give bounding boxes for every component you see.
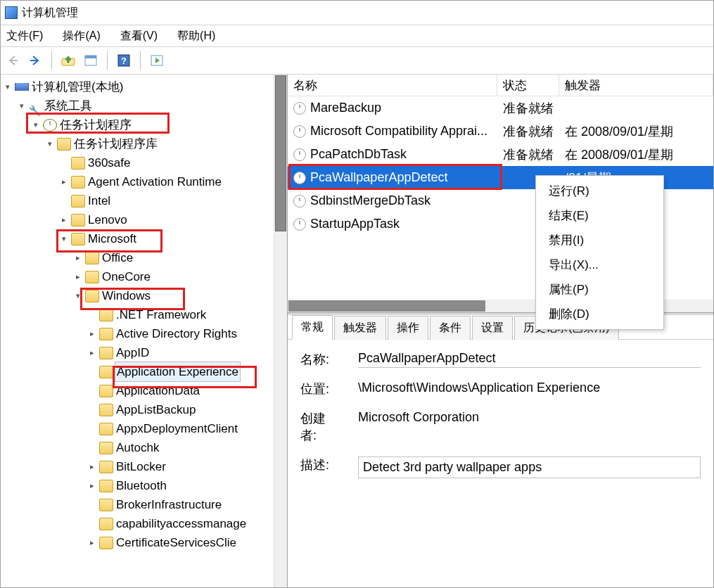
task-row[interactable]: Microsoft Compatibility Apprai...准备就绪在 2… bbox=[288, 120, 713, 143]
tree-item[interactable]: AppxDeploymentClient bbox=[87, 419, 274, 438]
tree-label: OneCore bbox=[101, 267, 152, 286]
ctx-properties[interactable]: 属性(P) bbox=[536, 277, 663, 302]
tree-label: 任务计划程序库 bbox=[72, 134, 159, 153]
tree-label: Intel bbox=[87, 191, 112, 210]
tree-item[interactable]: ▸AppID bbox=[87, 343, 274, 362]
chevron-right-icon[interactable]: ▸ bbox=[87, 480, 98, 492]
chevron-right-icon[interactable]: ▸ bbox=[87, 537, 98, 549]
folder-icon bbox=[99, 328, 113, 340]
chevron-right-icon[interactable]: ▸ bbox=[58, 215, 70, 226]
menu-view[interactable]: 查看(V) bbox=[119, 26, 159, 46]
clock-icon bbox=[43, 119, 57, 132]
tree-item[interactable]: ▸Agent Activation Runtime bbox=[58, 172, 274, 191]
tree-item[interactable]: 360safe bbox=[58, 153, 274, 172]
chevron-down-icon[interactable]: ▾ bbox=[16, 101, 27, 112]
chevron-down-icon[interactable]: ▾ bbox=[72, 290, 84, 302]
tree-item[interactable]: .NET Framework bbox=[87, 305, 274, 324]
tree-label: 计算机管理(本地) bbox=[30, 77, 125, 96]
chevron-right-icon[interactable]: ▸ bbox=[72, 271, 84, 283]
column-header-status[interactable]: 状态 bbox=[497, 75, 559, 96]
folder-icon bbox=[99, 366, 113, 378]
help-button[interactable]: ? bbox=[115, 51, 133, 70]
tree-item[interactable]: Autochk bbox=[87, 438, 274, 457]
chevron-right-icon[interactable]: ▸ bbox=[72, 253, 84, 264]
scrollbar-thumb[interactable] bbox=[275, 75, 286, 231]
tree-item[interactable]: ▸Bluetooth bbox=[87, 476, 274, 495]
tree-label: .NET Framework bbox=[115, 305, 208, 324]
tree-label: Agent Activation Runtime bbox=[87, 172, 223, 191]
tree-item[interactable]: ▸BitLocker bbox=[87, 457, 274, 476]
tree-item[interactable]: Intel bbox=[58, 191, 274, 210]
ctx-delete[interactable]: 删除(D) bbox=[536, 302, 663, 326]
tab-conditions[interactable]: 条件 bbox=[430, 316, 471, 340]
ctx-run[interactable]: 运行(R) bbox=[536, 179, 663, 203]
nav-forward-button[interactable] bbox=[26, 51, 44, 70]
tree-task-library[interactable]: ▾ 任务计划程序库 bbox=[44, 134, 274, 153]
tree-item[interactable]: ▸Lenovo bbox=[58, 210, 274, 229]
tree-item[interactable]: ▾Windows bbox=[72, 286, 274, 305]
menu-action[interactable]: 操作(A) bbox=[61, 26, 101, 46]
ctx-disable[interactable]: 禁用(I) bbox=[536, 228, 663, 253]
folder-icon bbox=[71, 195, 85, 207]
scrollbar-thumb[interactable] bbox=[288, 300, 485, 312]
chevron-down-icon[interactable]: ▾ bbox=[2, 82, 13, 93]
folder-icon bbox=[99, 518, 113, 530]
chevron-down-icon[interactable]: ▾ bbox=[58, 234, 70, 245]
folder-icon bbox=[99, 499, 113, 511]
tree-item[interactable]: ▸Office bbox=[72, 248, 274, 267]
scrollbar-track[interactable] bbox=[274, 232, 287, 587]
tab-general[interactable]: 常规 bbox=[292, 315, 333, 340]
context-menu: 运行(R) 结束(E) 禁用(I) 导出(X)... 属性(P) 删除(D) bbox=[535, 175, 664, 330]
tree-item[interactable]: ApplicationData bbox=[87, 381, 274, 400]
tree-label: Application Experience bbox=[115, 362, 241, 382]
svg-text:?: ? bbox=[121, 56, 127, 66]
menu-file[interactable]: 文件(F) bbox=[5, 26, 44, 46]
chevron-right-icon[interactable]: ▸ bbox=[58, 177, 70, 188]
chevron-right-icon[interactable]: ▸ bbox=[87, 328, 98, 340]
ctx-export[interactable]: 导出(X)... bbox=[536, 253, 663, 277]
properties-button[interactable] bbox=[82, 51, 100, 70]
chevron-right-icon[interactable]: ▸ bbox=[87, 461, 98, 473]
chevron-right-icon[interactable]: ▸ bbox=[87, 347, 98, 359]
task-name: SdbinstMergeDbTask bbox=[310, 193, 431, 208]
tree-item[interactable]: ▸OneCore bbox=[72, 267, 274, 286]
tree-root[interactable]: ▾ 计算机管理(本地) bbox=[2, 77, 274, 96]
task-row[interactable]: MareBackup准备就绪 bbox=[288, 96, 713, 120]
tree-system-tools[interactable]: ▾ 系统工具 bbox=[16, 96, 274, 115]
tree-item[interactable]: ▸Active Directory Rights bbox=[87, 324, 274, 343]
task-name: PcaPatchDbTask bbox=[310, 147, 407, 162]
tree-item[interactable]: Application Experience bbox=[87, 362, 274, 381]
tree-item[interactable]: capabilityaccessmanage bbox=[87, 514, 274, 533]
tree-label: BitLocker bbox=[115, 457, 167, 476]
navigation-tree[interactable]: ▾ 计算机管理(本地) ▾ 系统工具 bbox=[1, 75, 274, 587]
tab-triggers[interactable]: 触发器 bbox=[334, 316, 386, 340]
column-header-trigger[interactable]: 触发器 bbox=[559, 75, 713, 96]
detail-location-value: \Microsoft\Windows\Application Experienc… bbox=[358, 381, 701, 397]
computer-icon bbox=[15, 81, 29, 94]
up-folder-button[interactable] bbox=[59, 51, 77, 70]
tree-task-scheduler[interactable]: ▾ 任务计划程序 bbox=[30, 115, 274, 134]
chevron-down-icon[interactable]: ▾ bbox=[44, 139, 56, 150]
tree-item[interactable]: ▸CertificateServicesClie bbox=[87, 533, 274, 552]
tree-label: Office bbox=[101, 248, 134, 267]
run-button[interactable] bbox=[148, 51, 166, 70]
nav-back-button[interactable] bbox=[4, 51, 22, 70]
tab-actions[interactable]: 操作 bbox=[388, 316, 428, 340]
tree-item[interactable]: AppListBackup bbox=[87, 400, 274, 419]
folder-icon bbox=[99, 423, 113, 435]
tree-label: capabilityaccessmanage bbox=[115, 514, 248, 533]
tree-item[interactable]: BrokerInfrastructure bbox=[87, 495, 274, 514]
tab-settings[interactable]: 设置 bbox=[472, 316, 513, 340]
column-header-name[interactable]: 名称 bbox=[288, 75, 497, 96]
tree-scrollbar[interactable] bbox=[274, 75, 287, 587]
window-title: 计算机管理 bbox=[22, 6, 78, 20]
tree-item[interactable]: ▾Microsoft bbox=[58, 229, 274, 248]
task-trigger: 在 2008/09/01/星期 bbox=[559, 122, 713, 141]
toolbar-separator bbox=[140, 51, 141, 70]
task-row[interactable]: PcaPatchDbTask准备就绪在 2008/09/01/星期 bbox=[288, 143, 713, 166]
ctx-end[interactable]: 结束(E) bbox=[536, 203, 663, 228]
tree-label: Windows bbox=[101, 286, 152, 305]
clock-icon bbox=[293, 172, 306, 184]
menu-help[interactable]: 帮助(H) bbox=[176, 26, 217, 46]
chevron-down-icon[interactable]: ▾ bbox=[30, 120, 42, 131]
